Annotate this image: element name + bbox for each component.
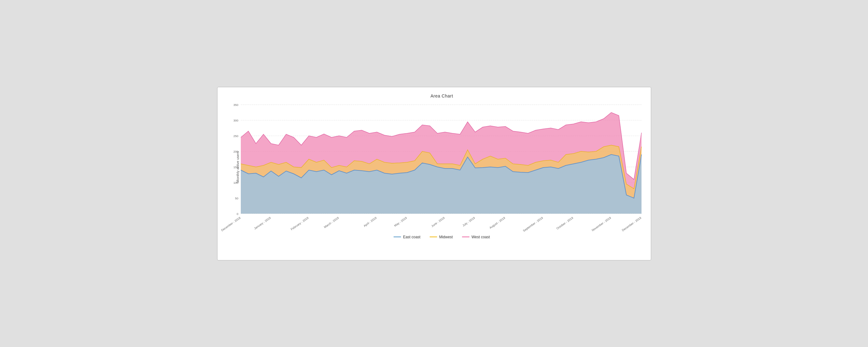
east-coast-legend-line (394, 236, 401, 237)
svg-text:December - 2018: December - 2018 (220, 216, 241, 232)
west-coast-legend-label: West coast (471, 235, 490, 239)
chart-svg: 050100150200250300350December - 2018Janu… (239, 102, 645, 232)
legend-east-coast: East coast (394, 235, 420, 239)
midwest-legend-line (430, 236, 437, 237)
svg-text:300: 300 (233, 119, 238, 122)
svg-text:August - 2019: August - 2019 (489, 216, 505, 229)
svg-text:0: 0 (237, 212, 238, 215)
svg-text:July - 2019: July - 2019 (462, 216, 475, 227)
svg-text:April - 2019: April - 2019 (363, 216, 377, 227)
svg-text:350: 350 (233, 103, 238, 107)
y-axis-label: Monthly active users (236, 151, 240, 182)
svg-text:January - 2019: January - 2019 (253, 216, 271, 230)
chart-container: Area Chart Monthly active users 05010015… (217, 87, 651, 260)
east-coast-legend-label: East coast (403, 235, 420, 239)
svg-text:250: 250 (233, 134, 238, 138)
chart-title: Area Chart (239, 93, 645, 98)
svg-text:June - 2019: June - 2019 (430, 216, 445, 228)
svg-text:November - 2019: November - 2019 (591, 216, 611, 232)
chart-area: Monthly active users 0501001502002503003… (239, 102, 645, 232)
midwest-legend-label: Midwest (439, 235, 453, 239)
svg-text:December - 2019: December - 2019 (621, 216, 642, 232)
svg-text:February - 2019: February - 2019 (290, 216, 309, 231)
west-coast-legend-line (462, 236, 469, 237)
svg-text:September - 2019: September - 2019 (522, 216, 544, 232)
svg-text:50: 50 (235, 197, 238, 200)
legend-west-coast: West coast (462, 235, 490, 239)
svg-text:October - 2019: October - 2019 (556, 216, 574, 230)
legend-midwest: Midwest (430, 235, 453, 239)
chart-legend: East coast Midwest West coast (239, 235, 645, 239)
svg-text:May - 2019: May - 2019 (393, 216, 407, 227)
svg-text:March - 2019: March - 2019 (323, 216, 339, 229)
